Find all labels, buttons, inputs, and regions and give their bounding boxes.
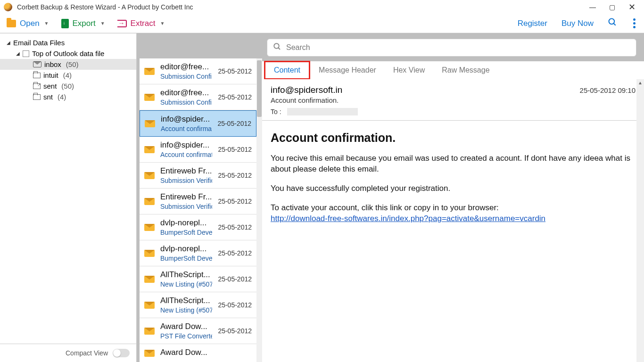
reader-datetime: 25-05-2012 09:10 xyxy=(580,86,636,94)
maximize-button[interactable]: ▢ xyxy=(609,3,615,11)
msg-date: 25-05-2012 xyxy=(218,301,252,309)
close-button[interactable]: ✕ xyxy=(628,2,636,12)
svg-line-3 xyxy=(278,48,280,49)
folder-icon xyxy=(33,94,41,100)
search-icon[interactable] xyxy=(608,17,617,29)
msg-from: Award Dow... xyxy=(160,348,246,357)
tab-hex-view[interactable]: Hex View xyxy=(385,62,433,78)
extract-icon xyxy=(117,20,127,27)
message-list: editor@free...Submission Confirm25-05-20… xyxy=(140,58,262,362)
reader-to: To : xyxy=(271,108,636,115)
msg-date: 25-05-2012 xyxy=(218,67,252,75)
content-area: ◢ Email Data Files ◢ Top of Outlook data… xyxy=(0,33,644,362)
reader-scrollbar[interactable]: ▲ xyxy=(636,79,644,362)
tree-item-inbox[interactable]: inbox (50) xyxy=(0,59,136,70)
envelope-icon xyxy=(144,350,155,357)
msg-subject: Submission Confirm xyxy=(160,73,212,80)
tree-item-sent[interactable]: sent (50) xyxy=(0,81,136,91)
app-logo-icon xyxy=(4,3,12,11)
tree-root[interactable]: ◢ Email Data Files xyxy=(0,37,136,48)
msg-subject: PST File Converter : xyxy=(160,332,212,340)
envelope-icon xyxy=(144,302,155,309)
folder-tree: ◢ Email Data Files ◢ Top of Outlook data… xyxy=(0,33,137,362)
collapse-icon: ◢ xyxy=(16,51,20,56)
msg-subject: Account confirmati xyxy=(161,125,212,132)
message-row[interactable]: Award Dow...PST File Converter :25-05-20… xyxy=(140,318,256,344)
folder-open-icon xyxy=(7,20,16,27)
buy-now-link[interactable]: Buy Now xyxy=(561,19,594,28)
more-menu-icon[interactable] xyxy=(631,16,637,30)
tree-item-snt[interactable]: snt (4) xyxy=(0,91,136,102)
message-row[interactable]: dvlp-norepl...BumperSoft Develo25-05-201… xyxy=(140,214,256,240)
body-p3: To activate your account, clik this link… xyxy=(271,203,636,224)
search-icon xyxy=(273,42,281,53)
msg-subject: BumperSoft Develo xyxy=(160,229,212,236)
envelope-icon xyxy=(144,172,155,179)
tree-item-count: (50) xyxy=(61,82,74,90)
compact-view-label: Compact View xyxy=(66,349,108,357)
activation-link[interactable]: http://download-free-softwares.in/index.… xyxy=(271,214,545,223)
msg-from: AllTheScript... xyxy=(160,296,212,305)
message-row[interactable]: Entireweb Fr...Submission Verifica25-05-… xyxy=(140,189,256,214)
scrollbar-thumb[interactable] xyxy=(257,60,262,117)
mail-icon xyxy=(33,61,41,67)
tree-item-count: (50) xyxy=(66,60,79,68)
message-row[interactable]: dvlp-norepl...BumperSoft Develo25-05-201… xyxy=(140,240,256,266)
search-wrap xyxy=(262,33,644,61)
message-row[interactable]: Entireweb Fr...Submission Verifica25-05-… xyxy=(140,163,256,189)
envelope-icon xyxy=(144,250,155,257)
checkbox-icon[interactable] xyxy=(23,50,29,57)
reader-subject: Account confirmation. xyxy=(271,96,636,104)
msg-from: Award Dow... xyxy=(160,322,212,331)
msg-from: info@spider... xyxy=(160,140,212,150)
open-button[interactable]: Open ▼ xyxy=(7,19,49,28)
msg-date: 25-05-2012 xyxy=(218,146,252,153)
tree-top[interactable]: ◢ Top of Outlook data file xyxy=(0,48,136,59)
toolbar-right: Register Buy Now xyxy=(518,16,637,30)
window-title: Corbett Backup & Restore Wizard - A Prod… xyxy=(17,3,193,11)
tree-root-label: Email Data Files xyxy=(13,39,65,47)
message-row[interactable]: editor@free...Submission Confirm25-05-20… xyxy=(140,84,256,110)
msg-from: AllTheScript... xyxy=(160,270,212,280)
msg-subject: BumperSoft Develo xyxy=(160,255,212,262)
msg-date: 25-05-2012 xyxy=(217,120,251,127)
msg-subject: Submission Verifica xyxy=(160,203,212,210)
svg-point-2 xyxy=(274,43,279,49)
scroll-up-icon[interactable]: ▲ xyxy=(638,80,643,85)
envelope-icon xyxy=(144,276,155,283)
msg-from: info@spider... xyxy=(161,115,212,124)
svg-line-1 xyxy=(614,24,616,25)
msg-date: 25-05-2012 xyxy=(218,275,252,283)
tab-message-header[interactable]: Message Header xyxy=(310,62,385,78)
message-row[interactable]: info@spider...Account confirmati25-05-20… xyxy=(140,110,256,137)
msg-from: dvlp-norepl... xyxy=(160,218,212,228)
register-link[interactable]: Register xyxy=(518,19,547,28)
tree-item-label: snt xyxy=(43,93,53,101)
search-box[interactable] xyxy=(267,39,636,57)
to-label: To : xyxy=(271,108,281,115)
message-row[interactable]: editor@free...Submission Confirm25-05-20… xyxy=(140,58,256,84)
message-row[interactable]: AllTheScript...New Listing (#507025-05-2… xyxy=(140,266,256,292)
tree-item-intuit[interactable]: intuit (4) xyxy=(0,70,136,81)
tab-raw-message[interactable]: Raw Message xyxy=(433,62,498,78)
msg-date: 25-05-2012 xyxy=(218,327,252,335)
msg-subject: Submission Verifica xyxy=(160,177,212,184)
tab-content[interactable]: Content xyxy=(264,61,310,80)
message-row[interactable]: AllTheScript...New Listing (#507025-05-2… xyxy=(140,292,256,318)
msg-date: 25-05-2012 xyxy=(218,172,252,179)
search-input[interactable] xyxy=(286,43,630,52)
message-row[interactable]: Award Dow... xyxy=(140,344,256,362)
msg-date: 25-05-2012 xyxy=(218,197,252,205)
folder-icon xyxy=(33,73,41,78)
msg-subject: New Listing (#5070 xyxy=(160,306,212,314)
chevron-down-icon: ▼ xyxy=(44,21,49,26)
list-scrollbar[interactable] xyxy=(256,58,262,362)
tree-item-label: intuit xyxy=(43,71,58,79)
minimize-button[interactable]: — xyxy=(589,3,596,11)
compact-view-toggle[interactable] xyxy=(113,349,130,357)
msg-from: Entireweb Fr... xyxy=(160,166,212,176)
message-row[interactable]: info@spider...Account confirmati25-05-20… xyxy=(140,137,256,163)
extract-button[interactable]: Extract ▼ xyxy=(117,19,165,28)
extract-label: Extract xyxy=(131,19,156,28)
export-button[interactable]: Export ▼ xyxy=(61,19,105,28)
